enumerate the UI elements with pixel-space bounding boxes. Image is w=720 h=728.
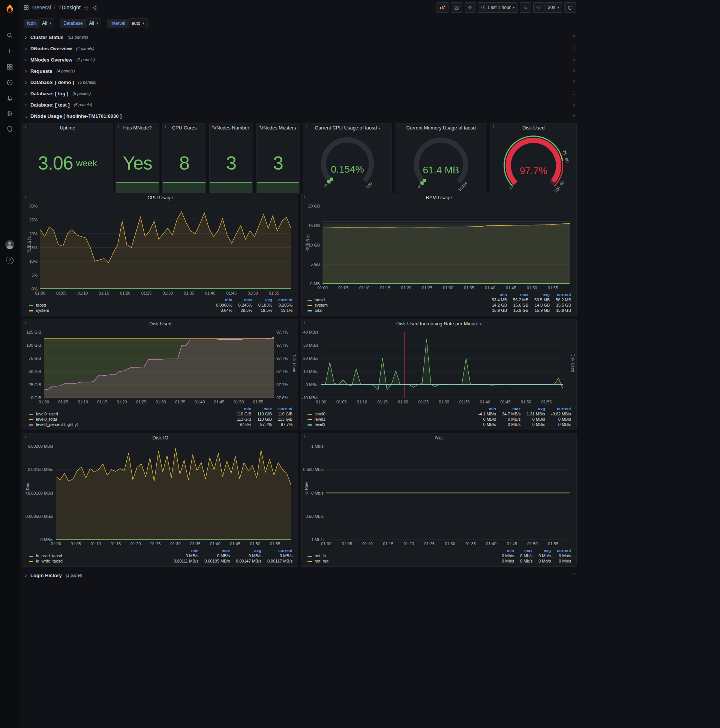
share-icon[interactable] bbox=[92, 5, 98, 11]
legend-col-avg[interactable]: avg bbox=[532, 548, 551, 553]
panel-info-icon[interactable]: i bbox=[25, 125, 26, 129]
dashboard-row-mnodes-overview[interactable]: ›MNodes Overview(2 panels)⠿ bbox=[23, 54, 577, 65]
chart-plot-net[interactable]: -1 Mb/s-0.50 Mb/s0 Mb/s0.500 Mb/s1 Mb/s0… bbox=[302, 442, 577, 547]
panel-title[interactable]: VNodes Number bbox=[210, 124, 253, 133]
panel-info-icon[interactable]: i bbox=[306, 125, 307, 129]
legend-col-max[interactable]: max bbox=[232, 297, 252, 303]
legend-col-current[interactable]: current bbox=[261, 548, 293, 553]
panel-title[interactable]: Net bbox=[302, 433, 577, 442]
drag-handle-icon[interactable]: ⠿ bbox=[572, 113, 575, 119]
breadcrumb-folder[interactable]: General bbox=[32, 5, 51, 11]
legend-series-level0-percent[interactable]: level0_percent (right-y) bbox=[29, 422, 230, 427]
drag-handle-icon[interactable]: ⠿ bbox=[572, 68, 575, 73]
legend-col-avg[interactable]: avg bbox=[252, 297, 272, 303]
legend-series-system[interactable]: system bbox=[29, 308, 210, 313]
dashboard-row-login-history[interactable]: ›Login History(1 panel)⠿ bbox=[23, 570, 577, 581]
search-icon[interactable] bbox=[6, 32, 14, 39]
explore-compass-icon[interactable] bbox=[6, 79, 14, 86]
dashboard-row-requests[interactable]: ›Requests(4 panels)⠿ bbox=[23, 65, 577, 76]
variable-database-value[interactable]: All▾ bbox=[86, 18, 102, 28]
legend-col-avg[interactable]: avg bbox=[520, 406, 545, 411]
save-dashboard-button[interactable] bbox=[451, 2, 462, 13]
panel-info-icon[interactable]: i bbox=[25, 320, 26, 324]
dashboard-row-dnodes-overview[interactable]: ›DNodes Overview(4 panels)⠿ bbox=[23, 43, 577, 54]
panel-title[interactable]: Disk IO bbox=[23, 433, 298, 442]
legend-series-net-in[interactable]: net_in bbox=[308, 553, 496, 558]
legend-col-avg[interactable]: avg bbox=[528, 292, 550, 297]
legend-series-level0-total[interactable]: level0_total bbox=[29, 416, 230, 422]
drag-handle-icon[interactable]: ⠿ bbox=[572, 35, 575, 40]
panel-title[interactable]: Uptime bbox=[23, 124, 112, 133]
legend-col-min[interactable]: min bbox=[230, 406, 251, 411]
panel-title[interactable]: Disk Used bbox=[23, 319, 298, 328]
panel-info-icon[interactable]: i bbox=[25, 194, 26, 199]
legend-series-taosd[interactable]: taosd bbox=[308, 297, 486, 303]
panel-info-icon[interactable]: i bbox=[118, 125, 119, 129]
panel-title[interactable]: CPU Usage bbox=[23, 193, 298, 202]
legend-col-min[interactable]: min bbox=[496, 548, 514, 553]
grafana-logo-icon[interactable] bbox=[5, 4, 15, 14]
legend-col-max[interactable]: max bbox=[198, 548, 230, 553]
refresh-interval-dropdown[interactable]: 30s ▾ bbox=[545, 2, 562, 13]
panel-info-icon[interactable]: i bbox=[398, 125, 399, 129]
chart-plot-cpu[interactable]: 0%5%10%15%20%25%30%01:0001:0501:1001:150… bbox=[23, 202, 298, 297]
panel-info-icon[interactable]: i bbox=[304, 434, 305, 439]
dashboard-row-cluster-status[interactable]: ›Cluster Status(21 panels)⠿ bbox=[23, 32, 577, 43]
legend-col-avg[interactable]: avg bbox=[230, 548, 261, 553]
panel-title[interactable]: Disk Used bbox=[491, 124, 577, 133]
legend-series-taosd[interactable]: taosd bbox=[29, 303, 210, 308]
legend-col-max[interactable]: max bbox=[251, 406, 272, 411]
legend-col-current[interactable]: current bbox=[550, 292, 571, 297]
drag-handle-icon[interactable]: ⠿ bbox=[572, 573, 575, 578]
variable-fqdn-value[interactable]: All▾ bbox=[39, 18, 54, 28]
dashboard-row-dnode-usage-huolinhe-tm1701-6030[interactable]: ⌄DNode Usage [ huolinhe-TM1701:6030 ]⠿ bbox=[23, 110, 577, 122]
panel-title[interactable]: Current Memory Usage of taosd bbox=[395, 124, 487, 133]
legend-series-io-read-taosd[interactable]: io_read_taosd bbox=[29, 553, 168, 558]
star-icon[interactable]: ☆ bbox=[84, 4, 89, 11]
add-panel-button[interactable] bbox=[436, 2, 448, 13]
create-plus-icon[interactable] bbox=[6, 47, 14, 55]
legend-series-level0-used[interactable]: level0_used bbox=[29, 411, 230, 416]
chart-plot-disk[interactable]: 0 GiB25 GiB50 GiB75 GiB100 GiB125 GiB01:… bbox=[23, 328, 298, 405]
panel-title[interactable]: Current CPU Usage of taosd▾ bbox=[304, 124, 392, 133]
panel-info-icon[interactable]: i bbox=[304, 194, 305, 199]
legend-series-level0[interactable]: level0 bbox=[308, 411, 473, 416]
panel-info-icon[interactable]: i bbox=[304, 320, 305, 324]
panel-info-icon[interactable]: i bbox=[493, 125, 494, 129]
legend-series-total[interactable]: total bbox=[308, 308, 486, 313]
legend-series-io-write-taosd[interactable]: io_write_taosd bbox=[29, 558, 168, 564]
user-avatar[interactable] bbox=[5, 240, 14, 249]
legend-col-current[interactable]: current bbox=[272, 297, 293, 303]
legend-col-current[interactable]: current bbox=[272, 406, 293, 411]
dashboard-row-database-log[interactable]: ›Database: [ log ](5 panels)⠿ bbox=[23, 88, 577, 99]
panel-title[interactable]: Has MNode? bbox=[116, 124, 159, 133]
drag-handle-icon[interactable]: ⠿ bbox=[572, 46, 575, 51]
chart-plot-rate[interactable]: -10 MB/s0 MB/s10 MB/s20 MB/s30 MB/s40 MB… bbox=[302, 328, 577, 405]
panel-info-icon[interactable]: i bbox=[165, 125, 166, 129]
dashboard-row-database-demo[interactable]: ›Database: [ demo ](5 panels)⠿ bbox=[23, 76, 577, 88]
legend-col-current[interactable]: current bbox=[551, 548, 571, 553]
dashboards-icon[interactable] bbox=[6, 63, 14, 70]
drag-handle-icon[interactable]: ⠿ bbox=[572, 102, 575, 107]
configuration-gear-icon[interactable]: ⚙ bbox=[7, 110, 13, 117]
legend-series-level1[interactable]: level1 bbox=[308, 416, 473, 422]
legend-col-max[interactable]: max bbox=[514, 548, 532, 553]
variable-interval-value[interactable]: auto▾ bbox=[128, 18, 148, 28]
help-icon[interactable]: ? bbox=[6, 257, 14, 264]
panel-title[interactable]: CPU Cores bbox=[163, 124, 206, 133]
chart-plot-io[interactable]: 0 MB/s0.000500 MB/s0.00100 MB/s0.00150 M… bbox=[23, 442, 298, 547]
drag-handle-icon[interactable]: ⠿ bbox=[572, 57, 575, 62]
legend-series-level2[interactable]: level2 bbox=[308, 422, 473, 427]
panel-info-icon[interactable]: i bbox=[212, 125, 213, 129]
breadcrumb-dashboard-title[interactable]: TDinsight bbox=[58, 5, 81, 11]
chart-plot-ram[interactable]: 0 MB5 GB10 GB15 GB20 GB01:0001:0501:1001… bbox=[302, 202, 577, 291]
refresh-button[interactable] bbox=[533, 2, 545, 13]
cycle-view-mode-button[interactable] bbox=[564, 2, 576, 13]
alerting-bell-icon[interactable] bbox=[6, 95, 14, 102]
panel-title[interactable]: RAM Usage bbox=[302, 193, 577, 202]
legend-col-max[interactable]: max bbox=[507, 292, 528, 297]
panel-title[interactable]: VNodes Masters bbox=[256, 124, 300, 133]
legend-col-min[interactable]: min bbox=[210, 297, 232, 303]
legend-col-min[interactable]: min bbox=[168, 548, 198, 553]
legend-col-current[interactable]: current bbox=[545, 406, 571, 411]
